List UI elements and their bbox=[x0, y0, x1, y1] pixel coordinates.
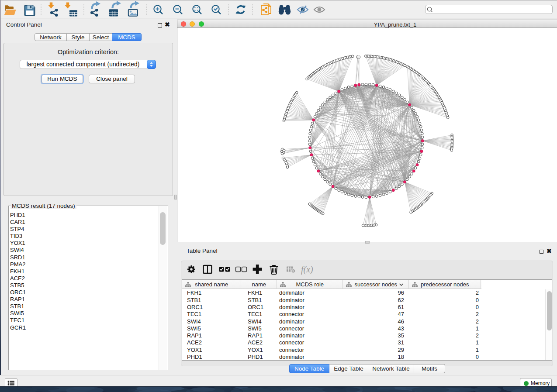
svg-text:f(x): f(x) bbox=[301, 265, 313, 275]
